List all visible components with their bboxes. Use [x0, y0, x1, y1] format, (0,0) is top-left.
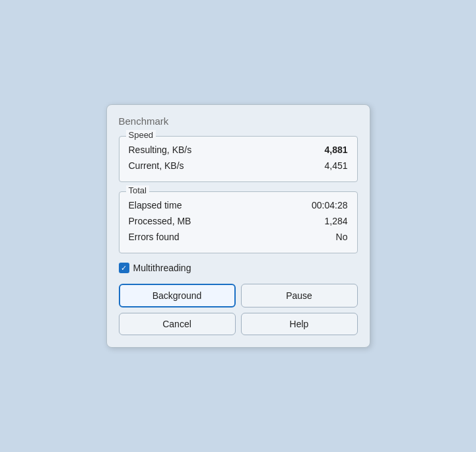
dialog-title: Benchmark — [119, 115, 358, 127]
background-button[interactable]: Background — [119, 284, 236, 307]
multithreading-checkbox-wrapper[interactable]: ✓ Multithreading — [119, 263, 191, 273]
multithreading-row: ✓ Multithreading — [119, 263, 358, 273]
multithreading-label: Multithreading — [133, 263, 191, 273]
total-group-label: Total — [126, 185, 149, 195]
pause-button[interactable]: Pause — [241, 284, 358, 307]
errors-value: No — [336, 232, 348, 242]
benchmark-dialog: Benchmark Speed Resulting, KB/s 4,881 Cu… — [106, 104, 370, 348]
elapsed-row: Elapsed time 00:04:28 — [129, 197, 348, 213]
current-label: Current, KB/s — [129, 160, 184, 171]
check-icon: ✓ — [121, 265, 127, 272]
help-button[interactable]: Help — [241, 313, 358, 335]
speed-group: Speed Resulting, KB/s 4,881 Current, KB/… — [119, 136, 358, 182]
multithreading-checkbox[interactable]: ✓ — [119, 263, 129, 273]
elapsed-label: Elapsed time — [129, 200, 182, 210]
processed-value: 1,284 — [324, 216, 347, 226]
speed-group-label: Speed — [126, 130, 156, 140]
processed-label: Processed, MB — [129, 216, 191, 226]
errors-row: Errors found No — [129, 229, 348, 245]
errors-label: Errors found — [129, 232, 180, 242]
processed-row: Processed, MB 1,284 — [129, 213, 348, 229]
current-value: 4,451 — [324, 160, 347, 171]
resulting-label: Resulting, KB/s — [129, 145, 192, 155]
cancel-button[interactable]: Cancel — [119, 313, 236, 335]
buttons-grid: Background Pause Cancel Help — [119, 284, 358, 335]
resulting-value: 4,881 — [324, 145, 347, 155]
current-row: Current, KB/s 4,451 — [129, 158, 348, 174]
elapsed-value: 00:04:28 — [312, 200, 348, 210]
resulting-row: Resulting, KB/s 4,881 — [129, 142, 348, 158]
total-group: Total Elapsed time 00:04:28 Processed, M… — [119, 191, 358, 253]
